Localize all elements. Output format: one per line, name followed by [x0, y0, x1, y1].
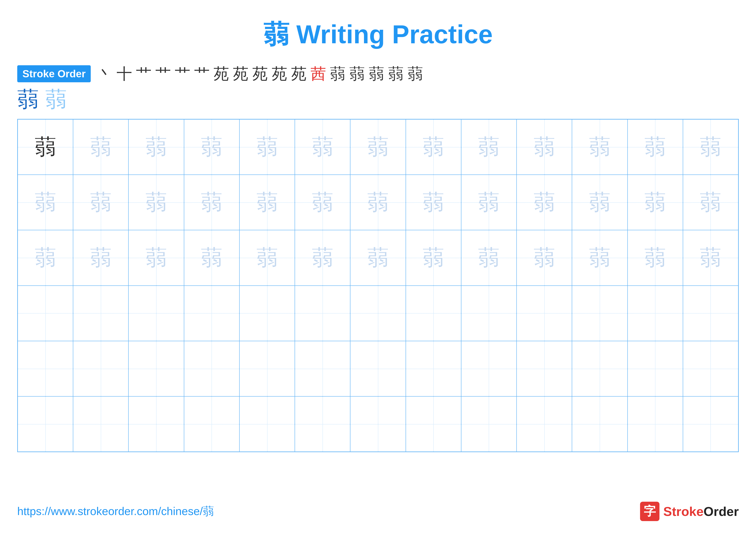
- cell-r3-c10[interactable]: 蒻: [517, 230, 572, 285]
- cell-r6-c11[interactable]: [572, 396, 627, 452]
- stroke-chars: 丶 十 艹 艹 艹 艹 苑 苑 苑 苑 苑 茜 蒻 蒻 蒻 蒻 蒻: [97, 66, 423, 82]
- cell-r3-c12[interactable]: 蒻: [628, 230, 683, 285]
- cell-r5-c9[interactable]: [461, 341, 517, 396]
- cell-r6-c5[interactable]: [239, 396, 295, 452]
- stroke-4: 艹: [155, 66, 171, 82]
- cell-r2-c3[interactable]: 蒻: [128, 175, 184, 230]
- cell-r1-c3[interactable]: 蒻: [128, 119, 184, 175]
- cell-r4-c9[interactable]: [461, 286, 517, 341]
- cell-r2-c11[interactable]: 蒻: [572, 175, 627, 230]
- cell-r4-c3[interactable]: [128, 286, 184, 341]
- cell-r5-c1[interactable]: [18, 341, 73, 396]
- cell-r4-c10[interactable]: [517, 286, 572, 341]
- cell-r6-c4[interactable]: [184, 396, 239, 452]
- cell-r1-c6[interactable]: 蒻: [295, 119, 350, 175]
- practice-grid-container: 蒻 蒻 蒻 蒻 蒻 蒻 蒻 蒻 蒻 蒻 蒻 蒻 蒻 蒻 蒻 蒻 蒻 蒻 蒻 蒻 …: [0, 117, 756, 461]
- cell-r2-c8[interactable]: 蒻: [406, 175, 461, 230]
- cell-r5-c8[interactable]: [406, 341, 461, 396]
- cell-r1-c2[interactable]: 蒻: [73, 119, 128, 175]
- cell-r6-c12[interactable]: [628, 396, 683, 452]
- cell-r2-c13[interactable]: 蒻: [683, 175, 738, 230]
- cell-r5-c7[interactable]: [350, 341, 406, 396]
- stroke-6: 艹: [194, 66, 210, 82]
- cell-r6-c2[interactable]: [73, 396, 128, 452]
- cell-r4-c1[interactable]: [18, 286, 73, 341]
- stroke-14: 蒻: [349, 66, 365, 82]
- cell-r5-c4[interactable]: [184, 341, 239, 396]
- cell-r4-c8[interactable]: [406, 286, 461, 341]
- cell-r5-c3[interactable]: [128, 341, 184, 396]
- cell-r3-c3[interactable]: 蒻: [128, 230, 184, 285]
- cell-r5-c10[interactable]: [517, 341, 572, 396]
- cell-r5-c6[interactable]: [295, 341, 350, 396]
- stroke-17: 蒻: [408, 66, 423, 82]
- cell-r6-c13[interactable]: [683, 396, 738, 452]
- stroke-11: 苑: [291, 66, 307, 82]
- cell-r5-c5[interactable]: [239, 341, 295, 396]
- cell-r3-c1[interactable]: 蒻: [18, 230, 73, 285]
- cell-r6-c1[interactable]: [18, 396, 73, 452]
- cell-r2-c2[interactable]: 蒻: [73, 175, 128, 230]
- title-text: Writing Practice: [289, 20, 493, 49]
- cell-r5-c13[interactable]: [683, 341, 738, 396]
- cell-r2-c6[interactable]: 蒻: [295, 175, 350, 230]
- cell-r6-c8[interactable]: [406, 396, 461, 452]
- cell-r2-c5[interactable]: 蒻: [239, 175, 295, 230]
- cell-r4-c4[interactable]: [184, 286, 239, 341]
- cell-r1-c1[interactable]: 蒻: [18, 119, 73, 175]
- cell-r5-c12[interactable]: [628, 341, 683, 396]
- cell-r2-c10[interactable]: 蒻: [517, 175, 572, 230]
- stroke-2: 十: [117, 66, 132, 82]
- cell-r2-c9[interactable]: 蒻: [461, 175, 517, 230]
- stroke-5: 艹: [175, 66, 190, 82]
- stroke-order-badge: Stroke Order: [17, 65, 91, 82]
- footer-url[interactable]: https://www.strokeorder.com/chinese/蒻: [17, 504, 214, 519]
- cell-r3-c11[interactable]: 蒻: [572, 230, 627, 285]
- stroke-8: 苑: [233, 66, 249, 82]
- cell-r3-c9[interactable]: 蒻: [461, 230, 517, 285]
- cell-r6-c3[interactable]: [128, 396, 184, 452]
- footer-logo: 字 StrokeOrder: [640, 502, 739, 521]
- cell-r4-c5[interactable]: [239, 286, 295, 341]
- cell-r1-c13[interactable]: 蒻: [683, 119, 738, 175]
- cell-r3-c8[interactable]: 蒻: [406, 230, 461, 285]
- stroke-15: 蒻: [369, 66, 384, 82]
- cell-r3-c4[interactable]: 蒻: [184, 230, 239, 285]
- final-chars-row: 蒻 蒻: [0, 87, 756, 117]
- cell-r4-c12[interactable]: [628, 286, 683, 341]
- cell-r2-c1[interactable]: 蒻: [18, 175, 73, 230]
- cell-r6-c9[interactable]: [461, 396, 517, 452]
- cell-r4-c13[interactable]: [683, 286, 738, 341]
- cell-r1-c8[interactable]: 蒻: [406, 119, 461, 175]
- cell-r1-c10[interactable]: 蒻: [517, 119, 572, 175]
- title-character: 蒻: [263, 20, 289, 49]
- cell-r1-c4[interactable]: 蒻: [184, 119, 239, 175]
- cell-r2-c4[interactable]: 蒻: [184, 175, 239, 230]
- cell-r3-c13[interactable]: 蒻: [683, 230, 738, 285]
- cell-r5-c11[interactable]: [572, 341, 627, 396]
- cell-r2-c7[interactable]: 蒻: [350, 175, 406, 230]
- cell-r3-c7[interactable]: 蒻: [350, 230, 406, 285]
- cell-r4-c2[interactable]: [73, 286, 128, 341]
- cell-r5-c2[interactable]: [73, 341, 128, 396]
- cell-r6-c7[interactable]: [350, 396, 406, 452]
- cell-r4-c6[interactable]: [295, 286, 350, 341]
- cell-r4-c7[interactable]: [350, 286, 406, 341]
- stroke-3: 艹: [136, 66, 151, 82]
- cell-r6-c6[interactable]: [295, 396, 350, 452]
- cell-r3-c6[interactable]: 蒻: [295, 230, 350, 285]
- footer: https://www.strokeorder.com/chinese/蒻 字 …: [0, 502, 756, 521]
- cell-r1-c7[interactable]: 蒻: [350, 119, 406, 175]
- cell-r3-c2[interactable]: 蒻: [73, 230, 128, 285]
- cell-r3-c5[interactable]: 蒻: [239, 230, 295, 285]
- cell-r4-c11[interactable]: [572, 286, 627, 341]
- cell-r6-c10[interactable]: [517, 396, 572, 452]
- char-r1-c1: 蒻: [35, 136, 56, 158]
- cell-r2-c12[interactable]: 蒻: [628, 175, 683, 230]
- cell-r1-c12[interactable]: 蒻: [628, 119, 683, 175]
- cell-r1-c11[interactable]: 蒻: [572, 119, 627, 175]
- footer-logo-text: StrokeOrder: [663, 504, 739, 519]
- practice-grid: 蒻 蒻 蒻 蒻 蒻 蒻 蒻 蒻 蒻 蒻 蒻 蒻 蒻 蒻 蒻 蒻 蒻 蒻 蒻 蒻 …: [17, 119, 739, 452]
- cell-r1-c5[interactable]: 蒻: [239, 119, 295, 175]
- cell-r1-c9[interactable]: 蒻: [461, 119, 517, 175]
